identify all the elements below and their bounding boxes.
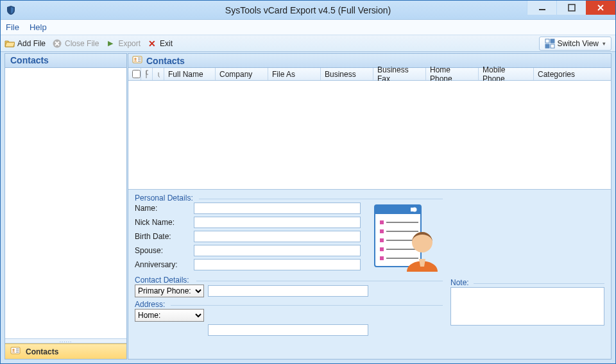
birth-date-label: Birth Date:: [135, 232, 190, 241]
svg-rect-34: [380, 256, 384, 260]
close-file-button[interactable]: Close File: [52, 38, 99, 49]
address-legend: Address:: [135, 300, 167, 309]
left-panel-header: Contacts: [5, 54, 126, 68]
svg-rect-10: [551, 44, 554, 48]
svg-rect-30: [380, 238, 384, 242]
svg-rect-26: [380, 220, 384, 224]
svg-rect-8: [551, 39, 554, 43]
col-business[interactable]: Business: [321, 68, 373, 80]
contacts-header-icon: [132, 54, 142, 67]
contact-details-legend: Contact Details:: [135, 276, 192, 285]
svg-rect-0: [539, 9, 545, 10]
export-button[interactable]: ▶ Export: [105, 38, 141, 49]
birth-date-input[interactable]: [194, 231, 361, 242]
note-textarea[interactable]: [450, 287, 604, 326]
menu-help[interactable]: Help: [30, 22, 47, 32]
col-business-fax[interactable]: Business Fax: [373, 68, 426, 80]
contacts-grid[interactable]: [128, 81, 611, 190]
play-icon: ▶: [105, 38, 116, 49]
export-label: Export: [118, 39, 141, 48]
spouse-label: Spouse:: [135, 246, 190, 255]
address-type-select[interactable]: Home:: [135, 309, 204, 322]
switch-view-label: Switch View: [558, 39, 599, 48]
grid-header-row: Full Name Company File As Business Busin…: [128, 68, 611, 81]
col-company[interactable]: Company: [216, 68, 268, 80]
close-button[interactable]: [586, 1, 615, 15]
address-group: Address: Home:: [135, 300, 443, 336]
nick-name-input[interactable]: [194, 217, 361, 228]
name-input[interactable]: [194, 203, 361, 214]
col-home-phone[interactable]: Home Phone: [426, 68, 479, 80]
flag-column-icon[interactable]: [141, 68, 153, 80]
note-group: Note:: [450, 278, 604, 327]
menu-file[interactable]: File: [6, 22, 19, 32]
col-full-name[interactable]: Full Name: [164, 68, 216, 80]
svg-rect-7: [545, 39, 549, 43]
address-line-input[interactable]: [208, 324, 368, 336]
anniversary-input[interactable]: [194, 259, 361, 270]
grid-icon: [545, 38, 555, 49]
chevron-down-icon: ▾: [603, 40, 606, 47]
minimize-button[interactable]: [527, 1, 556, 15]
close-file-icon: [52, 38, 62, 49]
folder-tree[interactable]: [5, 68, 126, 338]
col-categories[interactable]: Categories: [534, 68, 611, 80]
maximize-button[interactable]: [556, 1, 586, 15]
svg-rect-32: [380, 247, 384, 251]
col-file-as[interactable]: File As: [268, 68, 321, 80]
app-window: SysTools vCard Export v4.5 (Full Version…: [0, 0, 616, 364]
toolbar: Add File Close File ▶ Export ✕ Exit Swit…: [1, 35, 615, 52]
personal-details-legend: Personal Details:: [135, 194, 196, 203]
right-panel-title: Contacts: [146, 56, 185, 66]
titlebar: SysTools vCard Export v4.5 (Full Version…: [1, 1, 615, 20]
switch-view-button[interactable]: Switch View ▾: [539, 37, 612, 51]
personal-details-group: Personal Details: Name: Nick Name: Birth…: [135, 194, 443, 273]
sidebar-contacts-label: Contacts: [26, 347, 58, 356]
exit-button[interactable]: ✕ Exit: [147, 38, 173, 49]
svg-point-17: [134, 58, 137, 60]
note-legend: Note:: [450, 278, 472, 287]
select-all-checkbox[interactable]: [132, 70, 141, 78]
anniversary-label: Anniversary:: [135, 260, 190, 269]
svg-rect-9: [545, 44, 549, 48]
exit-icon: ✕: [147, 38, 157, 49]
phone-value-input[interactable]: [208, 285, 368, 297]
sidebar-item-contacts[interactable]: Contacts: [5, 343, 126, 359]
add-file-button[interactable]: Add File: [4, 38, 46, 49]
right-panel: Contacts Full Name Company File As Busin…: [128, 53, 612, 360]
right-panel-header: Contacts: [128, 54, 611, 68]
attachment-column-icon[interactable]: [153, 68, 164, 80]
nick-name-label: Nick Name:: [135, 218, 190, 227]
close-file-label: Close File: [65, 39, 99, 48]
left-panel: Contacts ······ Contacts: [4, 53, 127, 360]
col-mobile-phone[interactable]: Mobile Phone: [479, 68, 534, 80]
contact-card-icon: [10, 345, 21, 358]
contact-details-group: Contact Details: Primary Phone:: [135, 276, 443, 297]
exit-label: Exit: [160, 39, 173, 48]
spouse-input[interactable]: [194, 245, 361, 256]
contact-avatar-placeholder: [372, 203, 443, 273]
svg-rect-28: [380, 229, 384, 233]
svg-rect-25: [411, 208, 414, 211]
window-title: SysTools vCard Export v4.5 (Full Version…: [1, 5, 615, 15]
folder-open-icon: [4, 38, 15, 49]
checkbox-column[interactable]: [128, 68, 141, 80]
panel-splitter[interactable]: ······: [5, 338, 126, 343]
svg-rect-1: [569, 4, 575, 11]
add-file-label: Add File: [17, 39, 46, 48]
menubar: File Help: [1, 20, 615, 35]
details-panel: Personal Details: Name: Nick Name: Birth…: [128, 190, 611, 359]
phone-type-select[interactable]: Primary Phone:: [135, 285, 204, 297]
name-label: Name:: [135, 204, 190, 213]
svg-point-12: [12, 349, 15, 351]
